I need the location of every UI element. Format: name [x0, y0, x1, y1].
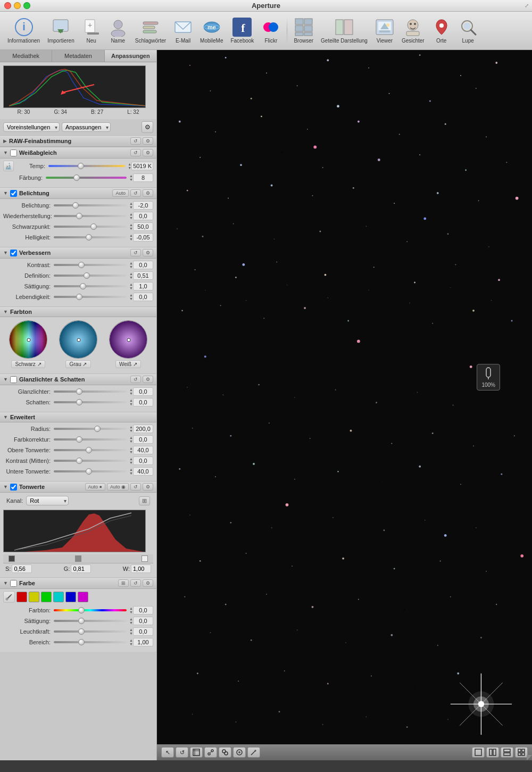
section-header-belichtung[interactable]: ▼ Belichtung Auto ↺ ⚙: [0, 187, 156, 199]
kontrast-up-btn[interactable]: ▲: [129, 261, 133, 265]
obere-tonwerte-down-btn[interactable]: ▼: [129, 450, 133, 454]
leuchtkraft-slider[interactable]: [54, 630, 127, 633]
definition-thumb[interactable]: [84, 272, 90, 279]
saettigung-up-btn[interactable]: ▲: [129, 283, 133, 286]
obere-tonwerte-up-btn[interactable]: ▲: [129, 446, 133, 450]
tab-anpassungen[interactable]: Anpassungen: [105, 50, 156, 62]
saettigung-thumb[interactable]: [80, 283, 86, 289]
verbessern-gear-btn[interactable]: ⚙: [143, 249, 153, 256]
tab-mediathek[interactable]: Mediathek: [0, 50, 52, 62]
farbe-color-rot[interactable]: [16, 592, 27, 602]
farbe-pipette-btn[interactable]: [3, 591, 15, 603]
farbton-thumb[interactable]: [78, 607, 85, 613]
glanzlichter-slider[interactable]: [54, 391, 127, 393]
toolbar-item-neu[interactable]: + Neu: [79, 15, 104, 46]
farbton-up-btn[interactable]: ▲: [129, 607, 133, 610]
belichtung-gear-btn[interactable]: ⚙: [143, 189, 153, 197]
belichtung-checkbox[interactable]: [10, 190, 17, 197]
toolbar-item-gesichter[interactable]: Gesichter: [398, 15, 428, 46]
temp-thumb[interactable]: [78, 163, 84, 169]
farbe-saettigung-down-btn[interactable]: ▼: [129, 621, 133, 625]
schwarz-wheel[interactable]: [9, 320, 47, 359]
lebendigkeit-up-btn[interactable]: ▲: [129, 293, 133, 297]
s-input[interactable]: [12, 565, 32, 573]
untere-tonwerte-thumb[interactable]: [86, 468, 92, 475]
farbe-color-cyan[interactable]: [53, 592, 64, 602]
helligkeit-slider[interactable]: [54, 236, 127, 238]
tonwerte-checkbox[interactable]: [10, 484, 17, 491]
minimize-button[interactable]: [14, 2, 21, 9]
schwarzpunkt-down-btn[interactable]: ▼: [129, 227, 133, 230]
schatten-thumb[interactable]: [76, 399, 82, 405]
raw-reset-btn[interactable]: ↺: [130, 137, 141, 145]
wiederherstellung-up-btn[interactable]: ▲: [129, 212, 133, 216]
lebendigkeit-down-btn[interactable]: ▼: [129, 297, 133, 301]
toolbar-item-name[interactable]: Name: [105, 15, 131, 46]
schwarz-label[interactable]: Schwarz ↗: [11, 360, 45, 368]
bereich-down-btn[interactable]: ▼: [129, 642, 133, 646]
mid-point-handle[interactable]: [75, 555, 81, 562]
close-button[interactable]: [4, 2, 11, 9]
saettigung-down-btn[interactable]: ▼: [129, 286, 133, 290]
faerbung-down-btn[interactable]: ▼: [129, 178, 133, 181]
tool-clone-btn[interactable]: [219, 747, 231, 758]
w-input[interactable]: [131, 565, 151, 573]
black-point-handle[interactable]: [9, 555, 15, 562]
belichtung-down-btn[interactable]: ▼: [129, 205, 133, 209]
belichtung-auto-btn[interactable]: Auto: [112, 189, 129, 197]
farbkorrektur-thumb[interactable]: [76, 436, 82, 443]
schatten-slider[interactable]: [54, 401, 127, 403]
faerbung-up-btn[interactable]: ▲: [129, 174, 133, 178]
section-header-erweitert[interactable]: ▼ Erweitert: [0, 412, 156, 422]
weissabgleich-gear-btn[interactable]: ⚙: [143, 149, 153, 156]
wiederherstellung-down-btn[interactable]: ▼: [129, 216, 133, 220]
leuchtkraft-thumb[interactable]: [78, 628, 85, 635]
weiss-label[interactable]: Weiß ↗: [115, 360, 141, 368]
tool-view2-btn[interactable]: [486, 747, 499, 758]
untere-tonwerte-down-btn[interactable]: ▼: [129, 471, 133, 475]
wiederherstellung-slider[interactable]: [54, 215, 127, 217]
radius-down-btn[interactable]: ▼: [129, 429, 133, 433]
glanzlichter-thumb[interactable]: [76, 388, 82, 395]
tool-crop-btn[interactable]: [190, 747, 203, 758]
definition-slider[interactable]: [54, 275, 127, 277]
farbe-color-gruen[interactable]: [41, 592, 52, 602]
kontrast-thumb[interactable]: [78, 262, 85, 268]
glanzlichter-gear-btn[interactable]: ⚙: [143, 376, 153, 383]
tool-arrow-btn[interactable]: ↖: [161, 747, 174, 758]
maximize-button[interactable]: [23, 2, 30, 9]
belichtung-arrows[interactable]: ▲ ▼: [129, 202, 133, 209]
kontrast-mitten-slider[interactable]: [54, 460, 127, 462]
radius-thumb[interactable]: [94, 426, 101, 432]
resize-corner-icon[interactable]: [527, 755, 532, 760]
helligkeit-down-btn[interactable]: ▼: [129, 237, 133, 241]
glanzlichter-checkbox[interactable]: [10, 376, 17, 383]
tonwerte-auto2-btn[interactable]: Auto ◉: [107, 483, 129, 491]
tool-rotate-btn[interactable]: ↺: [176, 747, 188, 758]
farbe-color-gelb[interactable]: [29, 592, 39, 602]
bereich-slider[interactable]: [54, 641, 127, 643]
tool-view4-btn[interactable]: [515, 747, 528, 758]
temp-down-btn[interactable]: ▼: [128, 166, 131, 170]
kontrast-arrows[interactable]: ▲ ▼: [129, 261, 133, 269]
radius-arrows[interactable]: ▲ ▼: [129, 425, 133, 433]
toolbar-item-orte[interactable]: Orte: [429, 15, 454, 46]
tool-pen-btn[interactable]: [247, 747, 260, 758]
verbessern-checkbox[interactable]: [10, 250, 17, 256]
helligkeit-arrows[interactable]: ▲ ▼: [129, 234, 133, 241]
tab-metadaten[interactable]: Metadaten: [52, 50, 104, 62]
farbe-saettigung-arrows[interactable]: ▲ ▼: [129, 617, 133, 625]
farbe-reset-btn[interactable]: ↺: [130, 579, 141, 587]
section-header-raw[interactable]: ▶ RAW-Feinabstimmung ↺ ⚙: [0, 135, 156, 147]
toolbar-item-schlagwoerter[interactable]: Schlagwörter: [132, 15, 169, 46]
grau-wheel[interactable]: [59, 320, 97, 359]
kontrast-mitten-down-btn[interactable]: ▼: [129, 461, 133, 464]
kontrast-mitten-up-btn[interactable]: ▲: [129, 457, 133, 461]
kanal-select-wrapper[interactable]: Rot: [26, 496, 69, 505]
anpassungen-select[interactable]: Anpassungen: [62, 122, 111, 132]
farbe-checkbox[interactable]: [10, 580, 17, 587]
farbe-gear-btn[interactable]: ⚙: [143, 579, 153, 587]
belichtung-thumb[interactable]: [72, 202, 79, 209]
untere-tonwerte-slider[interactable]: [54, 470, 127, 472]
glanzlichter-reset-btn[interactable]: ↺: [130, 376, 141, 383]
